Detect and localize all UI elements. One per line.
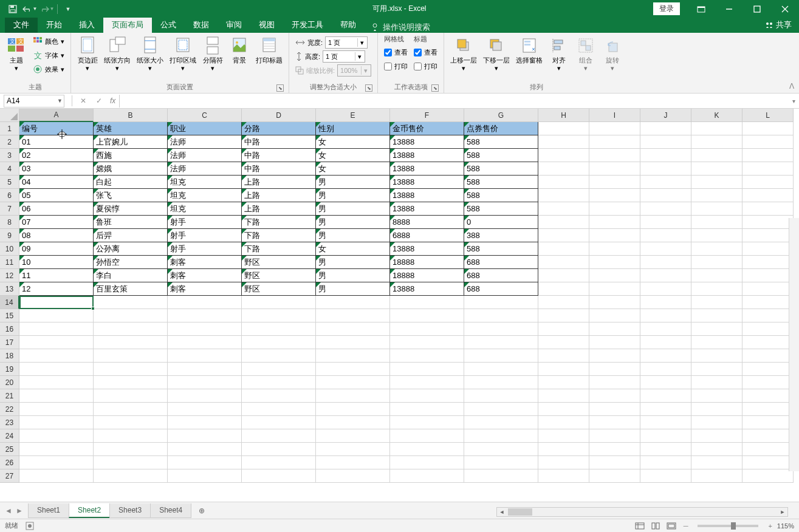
cell[interactable] bbox=[464, 322, 538, 336]
cell[interactable] bbox=[390, 429, 464, 443]
cell[interactable] bbox=[589, 296, 640, 309]
vertical-scrollbar[interactable] bbox=[789, 218, 799, 471]
cell[interactable] bbox=[742, 256, 794, 269]
tab-formulas[interactable]: 公式 bbox=[152, 17, 185, 33]
cell[interactable] bbox=[19, 416, 94, 429]
cell[interactable]: 上路 bbox=[242, 176, 316, 189]
cell[interactable]: 13888 bbox=[390, 135, 464, 149]
page-layout-view-button[interactable] bbox=[648, 520, 663, 531]
cell[interactable] bbox=[168, 363, 242, 376]
cell[interactable] bbox=[640, 443, 691, 456]
cell[interactable] bbox=[640, 456, 691, 469]
collapse-ribbon-button[interactable]: ᐱ bbox=[784, 33, 799, 93]
cell[interactable] bbox=[316, 469, 390, 483]
cell[interactable] bbox=[589, 256, 640, 269]
cell[interactable]: 11 bbox=[19, 269, 94, 282]
cell[interactable] bbox=[19, 309, 94, 322]
cell[interactable]: 野区 bbox=[242, 282, 316, 296]
height-combo[interactable]: 1 页▾ bbox=[323, 50, 365, 63]
row-header[interactable]: 21 bbox=[0, 389, 19, 403]
cell[interactable]: 688 bbox=[464, 282, 538, 296]
cell[interactable]: 男 bbox=[316, 216, 390, 229]
cell[interactable] bbox=[390, 456, 464, 469]
cell[interactable] bbox=[538, 189, 589, 202]
row-header[interactable]: 1 bbox=[0, 122, 19, 135]
cell[interactable]: 13888 bbox=[390, 242, 464, 256]
cell[interactable] bbox=[742, 349, 794, 363]
cell[interactable] bbox=[168, 389, 242, 403]
cell[interactable] bbox=[742, 216, 794, 229]
cell[interactable] bbox=[742, 269, 794, 282]
cell[interactable] bbox=[691, 269, 742, 282]
row-header[interactable]: 22 bbox=[0, 403, 19, 416]
cell[interactable] bbox=[742, 202, 794, 216]
cell[interactable] bbox=[640, 229, 691, 242]
cell[interactable]: 李白 bbox=[94, 269, 168, 282]
cell[interactable] bbox=[94, 469, 168, 483]
cell[interactable] bbox=[589, 229, 640, 242]
cell[interactable]: 18888 bbox=[390, 256, 464, 269]
cell[interactable]: 英雄 bbox=[94, 122, 168, 135]
cell[interactable] bbox=[742, 403, 794, 416]
cell[interactable]: 中路 bbox=[242, 135, 316, 149]
themes-button[interactable]: 文文 主题▾ bbox=[4, 35, 29, 73]
cell[interactable] bbox=[316, 349, 390, 363]
cell[interactable] bbox=[589, 349, 640, 363]
tell-me-search[interactable]: 操作说明搜索 bbox=[365, 22, 436, 33]
cell[interactable] bbox=[94, 429, 168, 443]
cell[interactable] bbox=[390, 363, 464, 376]
group-button[interactable]: 组合▾ bbox=[573, 35, 598, 73]
cell[interactable]: 588 bbox=[464, 149, 538, 162]
cell[interactable] bbox=[589, 216, 640, 229]
cell[interactable] bbox=[464, 296, 538, 309]
cell[interactable] bbox=[168, 403, 242, 416]
cell[interactable]: 03 bbox=[19, 162, 94, 176]
cell[interactable]: 女 bbox=[316, 162, 390, 176]
cell[interactable] bbox=[464, 469, 538, 483]
cell[interactable] bbox=[538, 376, 589, 389]
cell[interactable]: 588 bbox=[464, 135, 538, 149]
cell[interactable] bbox=[742, 336, 794, 349]
cell[interactable] bbox=[19, 403, 94, 416]
cell[interactable]: 8888 bbox=[390, 216, 464, 229]
cell[interactable]: 下路 bbox=[242, 229, 316, 242]
cell[interactable] bbox=[538, 202, 589, 216]
cell[interactable] bbox=[538, 416, 589, 429]
cell[interactable] bbox=[19, 443, 94, 456]
cell[interactable] bbox=[640, 336, 691, 349]
cell[interactable] bbox=[390, 349, 464, 363]
cancel-formula-button[interactable]: ✕ bbox=[76, 95, 91, 107]
cell[interactable]: 388 bbox=[464, 229, 538, 242]
cell[interactable] bbox=[640, 256, 691, 269]
tab-data[interactable]: 数据 bbox=[185, 17, 218, 33]
cell[interactable] bbox=[464, 416, 538, 429]
cell[interactable] bbox=[742, 429, 794, 443]
cell[interactable] bbox=[691, 122, 742, 135]
column-header[interactable]: B bbox=[94, 109, 168, 122]
cell[interactable] bbox=[742, 416, 794, 429]
cell[interactable] bbox=[19, 363, 94, 376]
cell[interactable]: 13888 bbox=[390, 202, 464, 216]
sheet-tab[interactable]: Sheet1 bbox=[28, 503, 69, 518]
cell[interactable] bbox=[742, 149, 794, 162]
cell[interactable] bbox=[691, 363, 742, 376]
enter-formula-button[interactable]: ✓ bbox=[92, 95, 106, 107]
cell[interactable] bbox=[464, 349, 538, 363]
row-header[interactable]: 18 bbox=[0, 349, 19, 363]
bring-forward-button[interactable]: 上移一层▾ bbox=[448, 35, 479, 73]
cell[interactable] bbox=[589, 336, 640, 349]
cell[interactable] bbox=[19, 349, 94, 363]
row-header[interactable]: 27 bbox=[0, 469, 19, 483]
cell[interactable]: 13888 bbox=[390, 189, 464, 202]
cell[interactable] bbox=[589, 376, 640, 389]
column-header[interactable]: A bbox=[19, 109, 94, 122]
cell[interactable] bbox=[316, 309, 390, 322]
cell[interactable]: 职业 bbox=[168, 122, 242, 135]
cell[interactable] bbox=[742, 162, 794, 176]
column-header[interactable]: H bbox=[538, 109, 589, 122]
cell[interactable]: 男 bbox=[316, 269, 390, 282]
sheet-options-launcher[interactable]: ⬊ bbox=[431, 84, 439, 92]
cell[interactable] bbox=[242, 429, 316, 443]
cell[interactable] bbox=[316, 336, 390, 349]
cell[interactable] bbox=[242, 296, 316, 309]
